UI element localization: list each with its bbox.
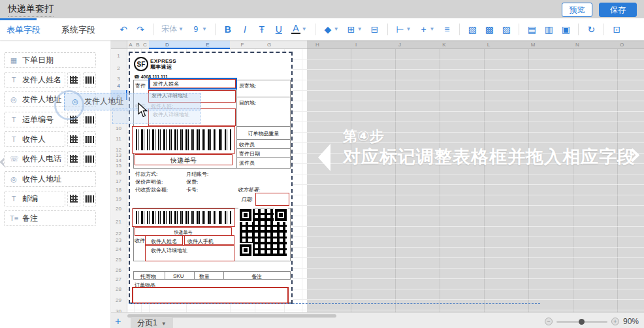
doc-vertical-icon[interactable]: ▥ bbox=[544, 24, 553, 35]
row-header-10[interactable]: 10 bbox=[111, 125, 126, 131]
column-header-O[interactable]: O bbox=[620, 42, 624, 48]
selected-cell-outline[interactable]: 发件人姓名 bbox=[148, 78, 237, 90]
column-header-G[interactable]: G bbox=[267, 42, 271, 48]
qr-chip[interactable] bbox=[67, 72, 80, 88]
doc-border-icon[interactable]: ▣ bbox=[561, 24, 570, 35]
sidebar-field-8[interactable]: T邮编 bbox=[4, 191, 65, 206]
row-header-2[interactable]: 2 bbox=[111, 65, 126, 71]
order-goods-field[interactable] bbox=[132, 287, 289, 304]
column-header-strip-gray[interactable] bbox=[307, 41, 644, 49]
row-header-16[interactable]: 16 bbox=[111, 170, 126, 176]
column-header-H[interactable]: H bbox=[315, 42, 319, 48]
row-header-strip[interactable]: 1234610111213141516171819202122232425262… bbox=[111, 49, 127, 312]
undo-icon[interactable]: ↶ bbox=[119, 24, 128, 35]
image-filled-icon[interactable]: ▩ bbox=[485, 24, 494, 35]
column-header-L[interactable]: L bbox=[487, 42, 490, 48]
refresh-icon[interactable]: ↻ bbox=[587, 24, 596, 35]
sidebar-field-4[interactable]: T运单编号 bbox=[4, 112, 65, 127]
zoom-in-button[interactable]: + bbox=[611, 318, 619, 325]
shipping-label-sheet[interactable]: SF EXPRESS 顺丰速运 ☎ 4008 111 111 原寄地: 目的地:… bbox=[129, 52, 293, 304]
column-header-B[interactable]: B bbox=[136, 42, 139, 48]
fill-color-icon[interactable]: ◆▼ bbox=[323, 24, 339, 35]
row-header-21[interactable]: 21 bbox=[111, 219, 126, 225]
row-header-18[interactable]: 18 bbox=[111, 187, 126, 193]
row-header-4[interactable]: 4 bbox=[111, 83, 126, 89]
redo-icon[interactable]: ↷ bbox=[136, 24, 145, 35]
column-header-E[interactable]: E bbox=[206, 42, 209, 48]
sidebar-field-1[interactable]: ▦下单日期 bbox=[4, 52, 96, 68]
sidebar-field-2[interactable]: T发件人姓名 bbox=[4, 72, 65, 88]
qr-chip[interactable] bbox=[67, 191, 80, 206]
column-header-K[interactable]: K bbox=[442, 42, 445, 48]
column-header-A[interactable]: A bbox=[129, 42, 132, 48]
column-header-F[interactable]: F bbox=[241, 42, 244, 48]
row-header-19[interactable]: 19 bbox=[111, 196, 126, 202]
font-family-select[interactable]: 宋体▼ bbox=[161, 24, 184, 35]
zoom-slider-thumb[interactable] bbox=[579, 319, 585, 325]
recv-name-field[interactable]: 收件人姓名 bbox=[145, 235, 183, 245]
duplicate-icon[interactable]: ⊡ bbox=[612, 24, 621, 35]
row-header-15[interactable]: 15 bbox=[111, 163, 126, 169]
align-icon[interactable]: ⊢▼ bbox=[396, 24, 411, 35]
row-header-25[interactable]: 25 bbox=[111, 257, 126, 263]
row-header-29[interactable]: 29 bbox=[111, 297, 126, 303]
preview-button[interactable]: 预览 bbox=[562, 3, 592, 17]
outdent-icon[interactable]: ≡ bbox=[442, 24, 451, 35]
font-color-icon[interactable]: A▼ bbox=[291, 24, 307, 34]
sidebar-field-9[interactable]: T≡备注 bbox=[4, 210, 96, 226]
row-header-28[interactable]: 28 bbox=[111, 286, 126, 292]
row-header-3[interactable]: 3 bbox=[111, 76, 126, 82]
chart-image-icon[interactable]: ▨ bbox=[502, 24, 511, 35]
barcode-chip[interactable] bbox=[83, 131, 96, 147]
date-field[interactable] bbox=[255, 193, 289, 206]
waybill-field[interactable]: 快递单号 bbox=[135, 154, 233, 165]
insert-icon[interactable]: +▼ bbox=[419, 24, 435, 35]
select-all-corner[interactable] bbox=[111, 41, 127, 49]
sender-name-field[interactable]: 发件人姓名 bbox=[150, 79, 236, 88]
borders-icon[interactable]: ⊞▼ bbox=[347, 24, 362, 35]
save-button[interactable]: 保存 bbox=[599, 3, 637, 17]
column-header-N[interactable]: N bbox=[575, 42, 579, 48]
row-header-24[interactable]: 24 bbox=[111, 246, 126, 252]
barcode-chip[interactable] bbox=[83, 151, 96, 167]
italic-icon[interactable]: I bbox=[240, 24, 250, 35]
barcode-chip[interactable] bbox=[83, 191, 96, 206]
tab-system-fields[interactable]: 系统字段 bbox=[61, 24, 95, 36]
sidebar-field-6[interactable]: ☏收件人电话 bbox=[4, 151, 65, 167]
row-header-26[interactable]: 26 bbox=[111, 267, 126, 273]
barcode-chip[interactable] bbox=[83, 112, 96, 127]
recv-addr-field[interactable]: 收件人详细地址 bbox=[145, 245, 234, 261]
column-header-C[interactable]: C bbox=[143, 42, 147, 48]
strikethrough-icon[interactable]: Ŧ bbox=[257, 24, 266, 35]
barcode-chip[interactable] bbox=[83, 72, 96, 88]
row-header-1[interactable]: 1 bbox=[111, 53, 126, 59]
qr-chip[interactable] bbox=[67, 131, 80, 147]
tab-form-fields[interactable]: 表单字段 bbox=[7, 24, 40, 36]
row-header-11[interactable]: 11 bbox=[111, 136, 126, 142]
row-header-27[interactable]: 27 bbox=[111, 276, 126, 282]
column-header-I[interactable]: I bbox=[355, 42, 357, 48]
row-header-20[interactable]: 20 bbox=[111, 206, 126, 212]
sheet-tab[interactable]: 分页1▼ bbox=[131, 317, 173, 328]
column-header-M[interactable]: M bbox=[531, 42, 536, 48]
row-header-22[interactable]: 22 bbox=[111, 231, 126, 237]
doc-icon[interactable]: ▤ bbox=[527, 24, 536, 35]
qr-chip[interactable] bbox=[67, 151, 80, 167]
sidebar-field-5[interactable]: T收件人 bbox=[4, 131, 65, 147]
image-icon[interactable]: ▧ bbox=[468, 24, 477, 35]
zoom-out-button[interactable]: − bbox=[545, 318, 553, 325]
merge-cells-icon[interactable]: ⊟ bbox=[370, 24, 379, 35]
font-size-select[interactable]: 9▼ bbox=[191, 25, 207, 34]
barcode-top[interactable] bbox=[132, 126, 235, 154]
sheet-tab-caret-icon[interactable]: ▼ bbox=[161, 321, 167, 327]
sidebar-field-7[interactable]: ◎收件人地址 bbox=[4, 171, 96, 187]
row-header-17[interactable]: 17 bbox=[111, 178, 126, 184]
recv-phone-field[interactable]: 收件人手机 bbox=[184, 235, 234, 245]
zoom-slider[interactable] bbox=[556, 321, 607, 323]
barcode-bottom[interactable] bbox=[132, 208, 235, 227]
sheet-canvas[interactable]: 1234610111213141516171819202122232425262… bbox=[111, 41, 644, 312]
column-header-D[interactable]: D bbox=[165, 42, 169, 48]
underline-icon[interactable]: U bbox=[274, 24, 283, 35]
row-header-23[interactable]: 23 bbox=[111, 237, 126, 243]
column-header-J[interactable]: J bbox=[398, 42, 401, 48]
